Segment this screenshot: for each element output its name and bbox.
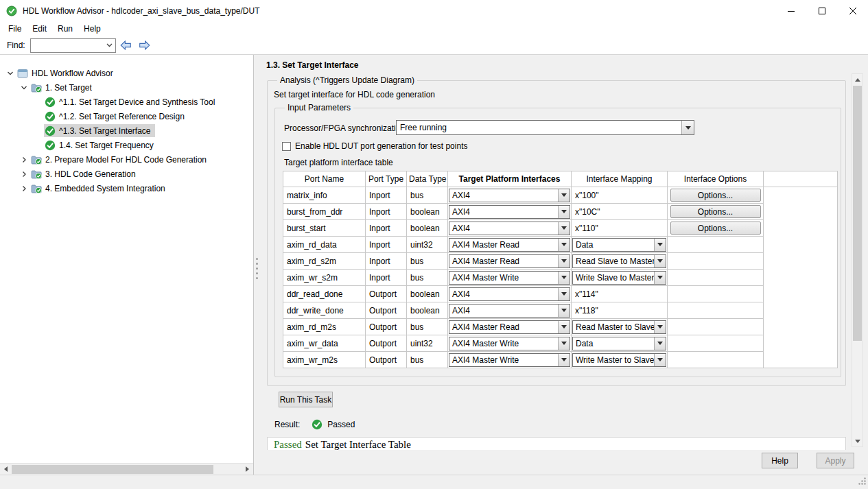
- scrollbar-thumb[interactable]: [12, 465, 213, 474]
- chevron-down-icon[interactable]: [558, 288, 570, 300]
- scroll-up-arrow-icon[interactable]: [852, 74, 863, 85]
- tree-item[interactable]: ^1.2. Set Target Reference Design: [0, 109, 253, 123]
- resize-grip-icon[interactable]: [858, 477, 867, 488]
- chevron-down-icon[interactable]: [654, 255, 666, 267]
- target-interface-select[interactable]: AXI4: [449, 287, 570, 301]
- apply-button[interactable]: Apply: [817, 453, 854, 468]
- options-cell: [668, 253, 764, 270]
- tree-item[interactable]: 1.4. Set Target Frequency: [0, 138, 253, 152]
- interface-table-row: axim_wr_dataOutportuint32AXI4 Master Wri…: [283, 335, 838, 352]
- scroll-down-arrow-icon[interactable]: [852, 436, 863, 446]
- tree-item[interactable]: ^1.1. Set Target Device and Synthesis To…: [0, 95, 253, 109]
- scroll-right-arrow-icon[interactable]: [242, 464, 253, 475]
- target-interface-select[interactable]: AXI4 Master Read: [449, 238, 570, 252]
- target-interface-select[interactable]: AXI4 Master Write: [449, 271, 570, 285]
- chevron-down-icon[interactable]: [558, 321, 570, 333]
- task-panel: 1.3. Set Target Interface Analysis (^Tri…: [261, 55, 868, 475]
- interface-mapping-select[interactable]: Data: [572, 337, 666, 350]
- interface-mapping-select[interactable]: Write Master to Slave Bu: [572, 353, 666, 367]
- chevron-down-icon[interactable]: [4, 68, 16, 79]
- chevron-down-icon[interactable]: [558, 189, 570, 202]
- chevron-right-icon[interactable]: [18, 154, 30, 165]
- chevron-down-icon[interactable]: [654, 321, 666, 333]
- filler-cell: [764, 286, 838, 302]
- chevron-down-icon[interactable]: [654, 272, 666, 284]
- titlebar: HDL Workflow Advisor - hdlcoder_axi_slav…: [0, 0, 868, 21]
- chevron-down-icon[interactable]: [654, 354, 666, 366]
- analysis-group-label: Analysis (^Triggers Update Diagram): [277, 75, 417, 86]
- processor-fpga-sync-select[interactable]: Free running: [396, 120, 694, 135]
- tree-item[interactable]: 1. Set Target: [0, 80, 253, 95]
- maximize-button[interactable]: [806, 0, 837, 21]
- chevron-down-icon[interactable]: [558, 222, 570, 235]
- interface-table-row: axim_wr_m2sOutportbusAXI4 Master WriteWr…: [283, 352, 838, 368]
- mapping-cell: Write Master to Slave Bu: [572, 352, 668, 368]
- chevron-right-icon[interactable]: [18, 183, 30, 194]
- port-name-cell: axim_wr_m2s: [283, 352, 366, 368]
- column-header: Port Name: [283, 171, 366, 187]
- interface-mapping-select[interactable]: Write Slave to Master Bu: [572, 271, 666, 285]
- tree-item[interactable]: HDL Workflow Advisor: [0, 66, 253, 80]
- port-type-cell: Outport: [366, 286, 407, 302]
- scrollbar-thumb[interactable]: [853, 86, 862, 341]
- panel-splitter[interactable]: [254, 55, 261, 475]
- testpoint-checkbox[interactable]: [282, 142, 291, 151]
- chevron-down-icon[interactable]: [558, 272, 570, 284]
- menu-help[interactable]: Help: [78, 22, 106, 36]
- tree-item[interactable]: 3. HDL Code Generation: [0, 167, 253, 181]
- chevron-down-icon[interactable]: [558, 255, 570, 267]
- menu-run[interactable]: Run: [52, 22, 78, 36]
- close-button[interactable]: [837, 0, 868, 21]
- task-panel-vertical-scrollbar[interactable]: [852, 73, 863, 447]
- input-parameters-label: Input Parameters: [285, 103, 353, 113]
- interface-mapping-select[interactable]: Data: [572, 238, 666, 252]
- target-interface-select[interactable]: AXI4: [449, 189, 570, 202]
- find-input[interactable]: [30, 38, 116, 53]
- chevron-down-icon[interactable]: [654, 337, 666, 350]
- options-button[interactable]: Options...: [670, 222, 761, 235]
- menu-edit[interactable]: Edit: [27, 22, 52, 36]
- chevron-down-icon[interactable]: [558, 206, 570, 218]
- target-interface-select[interactable]: AXI4 Master Read: [449, 320, 570, 334]
- tree-item[interactable]: ^1.3. Set Target Interface: [0, 123, 253, 138]
- chevron-down-icon[interactable]: [558, 305, 570, 317]
- chevron-down-icon[interactable]: [558, 354, 570, 366]
- tree-item-label: 4. Embedded System Integration: [45, 184, 165, 193]
- chevron-down-icon[interactable]: [104, 39, 115, 52]
- options-button[interactable]: Options...: [670, 189, 761, 202]
- interface-mapping-select[interactable]: Read Slave to Master Bu: [572, 254, 666, 268]
- chevron-down-icon[interactable]: [681, 121, 694, 134]
- minimize-button[interactable]: [775, 0, 806, 21]
- tree-item[interactable]: 2. Prepare Model For HDL Code Generation: [0, 152, 253, 167]
- target-interface-select[interactable]: AXI4: [449, 304, 570, 318]
- interface-mapping-select[interactable]: Read Master to Slave Bu: [572, 320, 666, 334]
- find-previous-button[interactable]: [118, 38, 134, 53]
- help-button[interactable]: Help: [762, 453, 798, 468]
- target-interface-select[interactable]: AXI4 Master Write: [449, 353, 570, 367]
- chevron-down-icon[interactable]: [654, 239, 666, 251]
- data-type-cell: bus: [407, 253, 448, 270]
- options-button[interactable]: Options...: [670, 205, 761, 218]
- chevron-right-icon[interactable]: [18, 169, 30, 180]
- tree-horizontal-scrollbar[interactable]: [0, 463, 253, 475]
- chevron-down-icon[interactable]: [18, 82, 30, 93]
- result-row: Result: Passed: [274, 419, 355, 430]
- tree-item[interactable]: 4. Embedded System Integration: [0, 181, 253, 195]
- target-interface-select[interactable]: AXI4 Master Read: [449, 254, 570, 268]
- target-interface-select[interactable]: AXI4: [449, 222, 570, 235]
- port-type-cell: Outport: [366, 319, 407, 335]
- port-type-cell: Inport: [366, 187, 407, 204]
- target-interface-select[interactable]: AXI4: [449, 205, 570, 219]
- chevron-down-icon[interactable]: [558, 337, 570, 350]
- run-this-task-button[interactable]: Run This Task: [279, 392, 333, 407]
- scroll-left-arrow-icon[interactable]: [0, 464, 12, 475]
- target-interface-select[interactable]: AXI4 Master Write: [449, 337, 570, 350]
- port-type-cell: Outport: [366, 352, 407, 368]
- testpoint-checkbox-label: Enable HDL DUT port generation for test …: [295, 141, 467, 151]
- options-cell: [668, 319, 764, 335]
- chevron-down-icon[interactable]: [558, 239, 570, 251]
- filler-cell: [764, 335, 838, 352]
- check-icon: [45, 111, 56, 122]
- menu-file[interactable]: File: [3, 22, 27, 36]
- find-next-button[interactable]: [137, 38, 153, 53]
